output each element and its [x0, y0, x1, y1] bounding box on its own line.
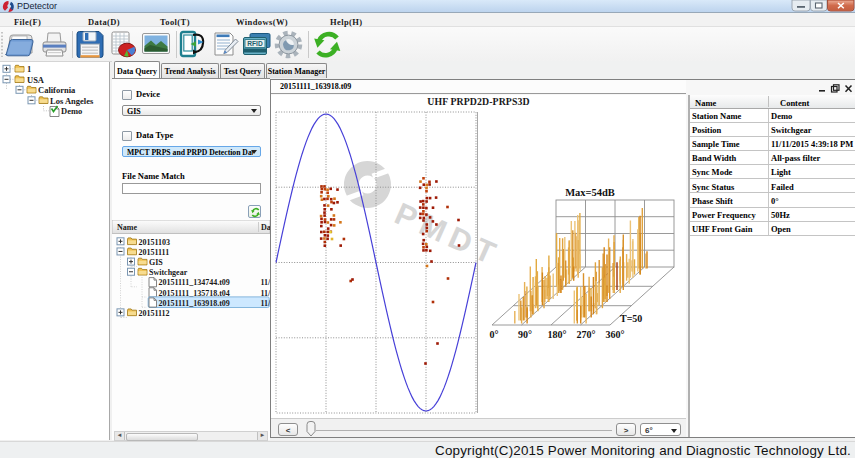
- svg-text:0°: 0°: [490, 329, 499, 340]
- svg-text:20151111_135718.t04: 20151111_135718.t04: [159, 289, 230, 298]
- svg-text:Max=54dB: Max=54dB: [565, 187, 615, 198]
- svg-text:90°: 90°: [518, 329, 532, 340]
- svg-text:USA: USA: [27, 75, 45, 85]
- svg-text:270°: 270°: [577, 329, 596, 340]
- svg-text:GIS: GIS: [149, 258, 163, 267]
- svg-text:1: 1: [27, 64, 31, 74]
- svg-text:Name: Name: [117, 223, 137, 232]
- svg-text:20151111: 20151111: [139, 248, 170, 257]
- svg-text:11/: 11/: [261, 289, 271, 298]
- svg-text:Da: Da: [261, 223, 270, 232]
- svg-text:California: California: [38, 85, 76, 95]
- svg-text:360°: 360°: [606, 329, 625, 340]
- svg-text:20151111_163918.t09: 20151111_163918.t09: [159, 299, 230, 308]
- svg-text:Switchgear: Switchgear: [149, 268, 188, 277]
- svg-text:Los Angeles: Los Angeles: [50, 96, 94, 106]
- svg-text:Demo: Demo: [61, 106, 82, 116]
- svg-text:20151103: 20151103: [139, 238, 171, 247]
- svg-text:180°: 180°: [548, 329, 567, 340]
- svg-text:11/: 11/: [261, 278, 271, 287]
- svg-text:20151111_134744.t09: 20151111_134744.t09: [159, 278, 230, 287]
- svg-text:11/: 11/: [261, 299, 271, 308]
- svg-text:T=50: T=50: [620, 313, 642, 324]
- svg-text:20151112: 20151112: [139, 309, 170, 318]
- svg-text:RFID: RFID: [247, 40, 263, 47]
